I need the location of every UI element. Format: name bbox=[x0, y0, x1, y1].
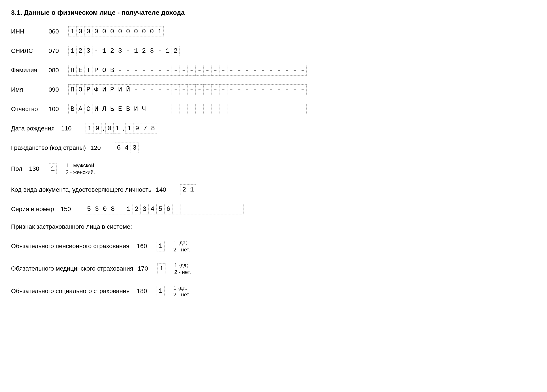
cell: – bbox=[275, 65, 283, 76]
row-citizenship: Гражданство (код страны) 120 643 bbox=[11, 143, 536, 153]
code-social: 180 bbox=[137, 287, 149, 295]
cell: – bbox=[212, 204, 220, 214]
cell: – bbox=[227, 84, 235, 95]
cell: 2 bbox=[171, 46, 179, 56]
cell: – bbox=[211, 104, 219, 114]
cell: – bbox=[235, 84, 243, 95]
cell: 0 bbox=[108, 26, 116, 37]
cell: – bbox=[196, 204, 204, 214]
cell: 0 bbox=[105, 123, 113, 134]
cell: О bbox=[76, 84, 84, 95]
cell: – bbox=[148, 84, 156, 95]
cell: 4 bbox=[123, 143, 130, 153]
label-docnum: Серия и номер bbox=[11, 206, 54, 213]
code-doctype: 140 bbox=[156, 186, 168, 193]
cell: – bbox=[259, 104, 267, 114]
note-pension-1: 1 -да; bbox=[173, 239, 190, 246]
row-snils: СНИЛС 070 123-123-123-12 bbox=[11, 46, 536, 56]
cell: 5 bbox=[85, 204, 93, 214]
cell: - bbox=[156, 46, 164, 56]
cell: 7 bbox=[141, 123, 149, 134]
cell: – bbox=[156, 65, 164, 76]
row-pension: Обязательного пенсионного страхования 16… bbox=[11, 239, 536, 253]
cell: 0 bbox=[148, 26, 156, 37]
cell: И bbox=[132, 104, 140, 114]
cell: – bbox=[267, 104, 275, 114]
cells-social: 1 bbox=[157, 286, 164, 296]
cell: – bbox=[179, 104, 187, 114]
cell: 3 bbox=[141, 204, 148, 214]
cell: 0 bbox=[100, 26, 108, 37]
cell: 1 bbox=[68, 26, 76, 37]
cell: 3 bbox=[148, 46, 156, 56]
cell: 0 bbox=[84, 26, 92, 37]
cells-patronymic: ВАСИЛЬЕВИЧ–––––––––––––––––––– bbox=[68, 104, 307, 114]
code-snils: 070 bbox=[48, 47, 61, 54]
cell: – bbox=[251, 104, 259, 114]
cell: – bbox=[164, 65, 171, 76]
cell: – bbox=[227, 104, 235, 114]
cell: 0 bbox=[76, 26, 84, 37]
cell: – bbox=[140, 65, 148, 76]
sep-dot-1: . bbox=[102, 125, 105, 132]
cell: П bbox=[68, 84, 76, 95]
cell: Л bbox=[100, 104, 108, 114]
row-medical: Обязательного медицинского страхования 1… bbox=[11, 262, 536, 275]
cell: И bbox=[116, 84, 124, 95]
cell: – bbox=[164, 84, 171, 95]
cell: А bbox=[76, 104, 84, 114]
cell: Е bbox=[76, 65, 84, 76]
row-inn: ИНН 060 100000000001 bbox=[11, 26, 536, 37]
cell: 2 bbox=[133, 204, 141, 214]
code-inn: 060 bbox=[48, 28, 61, 35]
section-heading: 3.1. Данные о физическом лице - получате… bbox=[11, 9, 536, 16]
cell: 1 bbox=[132, 46, 140, 56]
note-gender-2: 2 - женский. bbox=[66, 169, 96, 176]
label-birthdate: Дата рождения bbox=[11, 125, 55, 132]
note-medical-2: 2 - нет. bbox=[174, 269, 191, 275]
cell: – bbox=[171, 84, 179, 95]
cells-firstname: ПОРФИРИЙ–––––––––––––––––––––– bbox=[68, 84, 307, 95]
cell: 2 bbox=[140, 46, 148, 56]
cell: 6 bbox=[164, 204, 172, 214]
cell: 1 bbox=[157, 241, 164, 252]
note-pension-2: 2 - нет. bbox=[173, 246, 190, 253]
cell: – bbox=[179, 65, 187, 76]
cell: – bbox=[164, 104, 171, 114]
cell: Ч bbox=[140, 104, 148, 114]
cell: 0 bbox=[124, 26, 132, 37]
cell: 0 bbox=[132, 26, 140, 37]
row-patronymic: Отчество 100 ВАСИЛЬЕВИЧ–––––––––––––––––… bbox=[11, 104, 536, 114]
cell: – bbox=[203, 104, 211, 114]
cell: 3 bbox=[93, 204, 101, 214]
cell: – bbox=[179, 84, 187, 95]
cell: П bbox=[68, 65, 76, 76]
cell: – bbox=[219, 104, 227, 114]
cell: – bbox=[251, 65, 259, 76]
cell: 1 bbox=[49, 164, 57, 174]
cell: - bbox=[92, 46, 100, 56]
cells-byear: 1978 bbox=[125, 123, 157, 134]
cell: 1 bbox=[68, 46, 76, 56]
cell: – bbox=[156, 84, 164, 95]
cell: – bbox=[188, 204, 196, 214]
code-docnum: 150 bbox=[61, 206, 73, 213]
label-citizenship: Гражданство (код страны) bbox=[11, 144, 86, 151]
cell: 9 bbox=[133, 123, 141, 134]
label-patronymic: Отчество bbox=[11, 106, 44, 113]
cell: – bbox=[211, 84, 219, 95]
cells-medical: 1 bbox=[157, 263, 165, 274]
code-surname: 080 bbox=[48, 67, 61, 74]
cell: – bbox=[187, 84, 195, 95]
cell: – bbox=[291, 65, 299, 76]
cell: – bbox=[235, 104, 243, 114]
code-firstname: 090 bbox=[48, 86, 61, 93]
cell: - bbox=[124, 46, 132, 56]
cell: – bbox=[283, 65, 291, 76]
cell: – bbox=[220, 204, 228, 214]
cell: – bbox=[195, 84, 203, 95]
cells-bday: 19 bbox=[86, 123, 102, 134]
row-firstname: Имя 090 ПОРФИРИЙ–––––––––––––––––––––– bbox=[11, 84, 536, 95]
cell: В bbox=[108, 65, 116, 76]
cells-bmonth: 01 bbox=[105, 123, 121, 134]
